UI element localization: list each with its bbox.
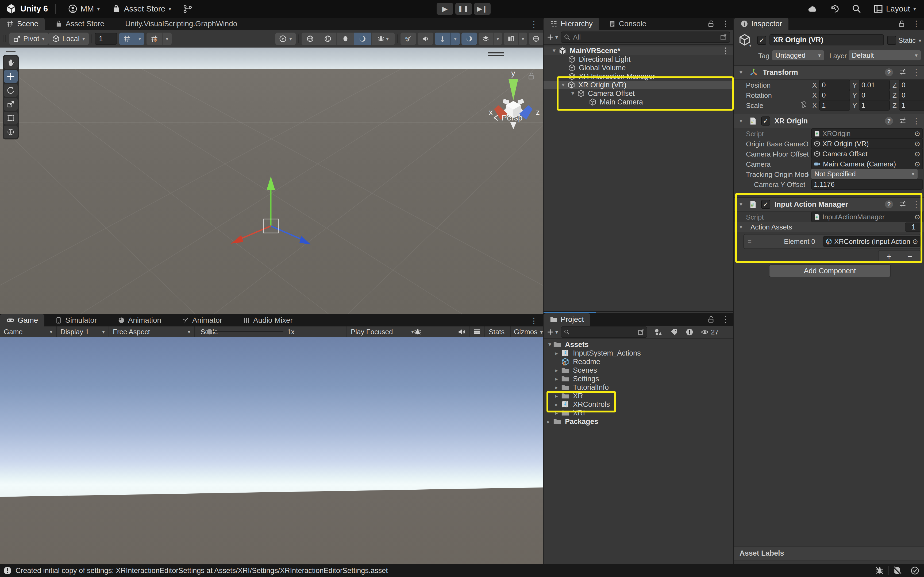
flares-toggle[interactable] bbox=[336, 32, 354, 45]
split-view-button[interactable] bbox=[504, 32, 518, 45]
scale-z-field[interactable]: 1 bbox=[899, 100, 924, 111]
script-field[interactable]: XROrigin ⊙ bbox=[811, 128, 923, 139]
cache-server-disabled-icon[interactable] bbox=[893, 566, 901, 575]
project-row[interactable]: ▼ Assets bbox=[544, 340, 733, 349]
scene-header-row[interactable]: ▼ MainVRScene* ⋮ bbox=[544, 47, 733, 55]
hidden-packages-icon[interactable] bbox=[654, 328, 662, 336]
snap-options-dropdown[interactable]: ▾ bbox=[162, 32, 172, 45]
account-menu[interactable]: MM ▾ bbox=[68, 4, 100, 13]
component-enabled-checkbox[interactable]: ✓ bbox=[761, 116, 770, 126]
add-element-button[interactable]: + bbox=[887, 251, 892, 261]
play-button[interactable]: ▶ bbox=[436, 3, 453, 15]
visible-count[interactable]: 27 bbox=[701, 328, 719, 336]
hierarchy-row[interactable]: Global Volume bbox=[544, 64, 733, 72]
status-bar[interactable]: Created initial copy of settings: XRInte… bbox=[0, 564, 924, 577]
debugger-detached-icon[interactable] bbox=[876, 566, 884, 575]
help-icon[interactable]: ? bbox=[885, 200, 893, 208]
object-picker-icon[interactable]: ⊙ bbox=[914, 130, 920, 138]
transform-header[interactable]: ▼ Transform ? ⋮ bbox=[734, 65, 924, 80]
gameobject-name-field[interactable] bbox=[769, 34, 884, 45]
background-tasks-icon[interactable] bbox=[911, 566, 919, 575]
help-icon[interactable]: ? bbox=[885, 68, 893, 76]
project-row[interactable]: ▸ Packages bbox=[544, 417, 733, 426]
hierarchy-row[interactable]: Directional Light bbox=[544, 55, 733, 64]
gizmos-dropdown[interactable]: Gizmos▾ bbox=[514, 328, 543, 336]
vsync-icon[interactable] bbox=[473, 328, 481, 335]
tab-project[interactable]: Project bbox=[544, 313, 590, 326]
hierarchy-row-selected[interactable]: ▼ XR Origin (VR) bbox=[544, 81, 733, 89]
snap-toggle[interactable] bbox=[147, 32, 162, 45]
scene-panel-menu-icon[interactable]: ⋮ bbox=[530, 20, 538, 28]
tab-graph-window[interactable]: Unity.VisualScripting.GraphWindo bbox=[119, 18, 244, 30]
hierarchy-row[interactable]: Main Camera bbox=[544, 98, 733, 106]
help-icon[interactable]: ? bbox=[885, 117, 893, 125]
tab-audio-mixer[interactable]: Audio Mixer bbox=[237, 314, 299, 326]
create-asset-button[interactable]: ▾ bbox=[547, 329, 558, 335]
debug-bug-icon[interactable] bbox=[414, 328, 422, 335]
tag-dropdown[interactable]: Untagged▾ bbox=[772, 50, 824, 60]
rect-tool-button[interactable] bbox=[4, 112, 18, 124]
add-component-button[interactable]: Add Component bbox=[769, 264, 891, 277]
origin-base-field[interactable]: XR Origin (VR) ⊙ bbox=[811, 139, 923, 149]
constrain-proportions-icon[interactable] bbox=[800, 101, 808, 108]
tab-inspector[interactable]: Inspector bbox=[734, 18, 788, 30]
project-row[interactable]: ▸ XRControls bbox=[544, 400, 733, 409]
hierarchy-search-input[interactable] bbox=[572, 33, 718, 42]
audio-mute-toggle[interactable] bbox=[418, 32, 433, 45]
scene-menu-icon[interactable]: ⋮ bbox=[722, 47, 730, 55]
audio-effects-dropdown[interactable]: ▾ bbox=[371, 32, 395, 45]
asset-labels-section[interactable]: Asset Labels bbox=[734, 546, 924, 561]
project-row[interactable]: ▸ InputSystem_Actions bbox=[544, 349, 733, 358]
search-icon[interactable] bbox=[852, 4, 861, 14]
display-dropdown[interactable]: Display 1▾ bbox=[57, 326, 109, 337]
component-menu-icon[interactable]: ⋮ bbox=[912, 117, 920, 125]
object-picker-icon[interactable]: ⊙ bbox=[914, 160, 920, 168]
layer-dropdown[interactable]: Default▾ bbox=[849, 50, 921, 60]
create-object-button[interactable]: ▾ bbox=[547, 34, 558, 40]
object-picker-icon[interactable]: ⊙ bbox=[912, 237, 918, 246]
split-view-dropdown[interactable]: ▾ bbox=[518, 32, 527, 45]
scale-y-field[interactable]: 1 bbox=[859, 100, 890, 111]
project-row[interactable]: Readme bbox=[544, 358, 733, 366]
position-x-field[interactable]: 0 bbox=[819, 80, 850, 90]
presets-icon[interactable] bbox=[899, 69, 906, 76]
tab-scene[interactable]: Scene bbox=[0, 18, 45, 30]
scale-x-field[interactable]: 1 bbox=[819, 100, 850, 111]
static-checkbox[interactable] bbox=[887, 36, 896, 45]
lighting-toggle[interactable] bbox=[354, 32, 371, 45]
scale-slider-knob[interactable] bbox=[207, 329, 212, 334]
camera-preview-toggle[interactable] bbox=[462, 32, 477, 45]
layout-menu[interactable]: Layout ▾ bbox=[874, 4, 916, 13]
inspector-menu-icon[interactable]: ⋮ bbox=[912, 20, 920, 28]
project-row[interactable]: ▸ XRI bbox=[544, 409, 733, 417]
projection-label[interactable]: Persp bbox=[493, 113, 522, 122]
draw-mode-dropdown[interactable]: ▾ bbox=[275, 32, 296, 45]
array-size-field[interactable]: 1 bbox=[905, 222, 922, 232]
aspect-dropdown[interactable]: Free Aspect▾ bbox=[109, 326, 195, 337]
scale-tool-button[interactable] bbox=[4, 98, 18, 111]
project-menu-icon[interactable]: ⋮ bbox=[722, 316, 730, 324]
tab-console[interactable]: Console bbox=[603, 18, 653, 30]
project-search[interactable] bbox=[561, 326, 647, 338]
xr-origin-header[interactable]: ▼ ✓ XR Origin ? ⋮ bbox=[734, 114, 924, 128]
skybox-toggle[interactable] bbox=[302, 32, 319, 45]
undo-history-icon[interactable] bbox=[830, 4, 840, 14]
pivot-mode-button[interactable]: Pivot▾ bbox=[10, 32, 48, 45]
component-menu-icon[interactable]: ⋮ bbox=[912, 200, 920, 208]
type-filter-icon[interactable] bbox=[686, 328, 693, 336]
grid-options-dropdown[interactable]: ▾ bbox=[135, 32, 144, 45]
handle-orientation-button[interactable]: Local▾ bbox=[48, 32, 89, 45]
lock-icon[interactable] bbox=[898, 20, 905, 27]
position-y-field[interactable]: 0.01 bbox=[859, 80, 890, 90]
drag-handle-icon[interactable]: = bbox=[748, 237, 751, 245]
layers-dropdown[interactable]: ▾ bbox=[493, 32, 502, 45]
scene-visibility-toggle[interactable] bbox=[435, 32, 450, 45]
tab-animation[interactable]: Animation bbox=[111, 314, 168, 326]
cloud-icon[interactable] bbox=[808, 4, 817, 14]
project-row[interactable]: ▸ Scenes bbox=[544, 366, 733, 374]
scale-slider-track[interactable] bbox=[206, 331, 283, 332]
rotation-x-field[interactable]: 0 bbox=[819, 90, 850, 100]
action-assets-row[interactable]: ▼ Action Assets 1 bbox=[734, 222, 924, 232]
game-view-dropdown[interactable]: Game▾ bbox=[0, 326, 57, 337]
tab-simulator[interactable]: Simulator bbox=[48, 314, 103, 326]
